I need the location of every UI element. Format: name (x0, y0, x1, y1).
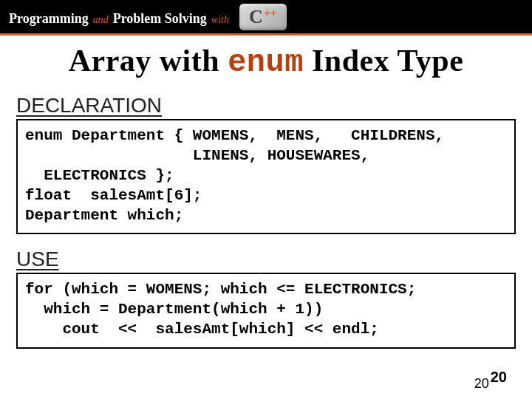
page-number-big: 20 (491, 369, 507, 385)
use-heading: USE (16, 248, 516, 271)
declaration-heading: DECLARATION (16, 94, 516, 117)
page-number-small: 20 (474, 376, 489, 391)
slide-title: Array with enum Index Type (16, 43, 516, 81)
brand-word-and: and (93, 14, 109, 26)
title-pre: Array with (69, 44, 228, 78)
page-number-group: 2020 (474, 375, 507, 392)
cpp-logo-badge: C ++ (239, 4, 287, 30)
title-post: Index Type (304, 44, 463, 78)
cpp-logo-c: C (249, 6, 263, 28)
brand-word-problem-solving: Problem Solving (113, 11, 207, 27)
book-header-bar: Programming and Problem Solving with C +… (0, 0, 532, 35)
brand-word-programming: Programming (9, 11, 89, 27)
brand-word-with: with (211, 14, 229, 26)
slide-content: Array with enum Index Type DECLARATION e… (0, 43, 532, 349)
use-code-box: for (which = WOMENS; which <= ELECTRONIC… (16, 273, 516, 349)
book-brand: Programming and Problem Solving with C +… (9, 4, 287, 30)
declaration-code-box: enum Department { WOMENS, MENS, CHILDREN… (16, 119, 516, 234)
cpp-logo-plusplus: ++ (264, 7, 277, 21)
title-enum-keyword: enum (228, 45, 304, 81)
